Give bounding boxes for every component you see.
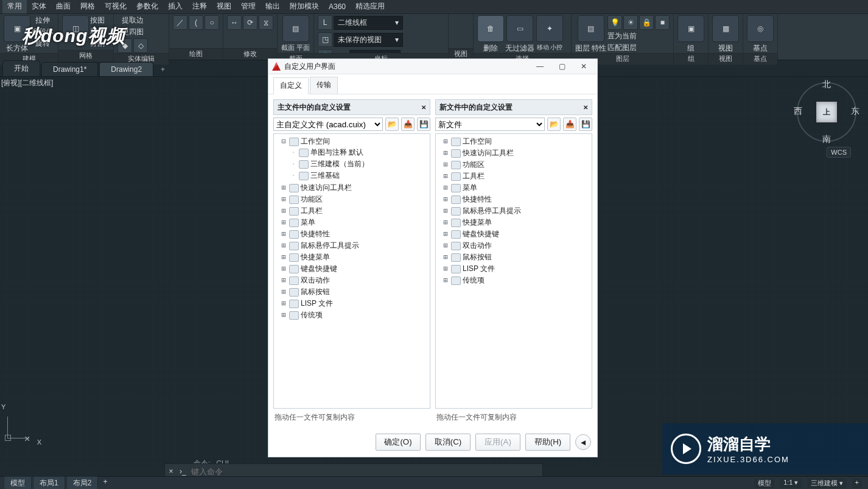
menu-item[interactable]: 附加模块 bbox=[285, 0, 324, 13]
maximize-icon[interactable]: ▢ bbox=[551, 60, 573, 73]
collapse-icon[interactable]: ✕ bbox=[421, 104, 426, 111]
status-chip[interactable]: 1:1 ▾ bbox=[779, 477, 802, 489]
tree-item[interactable]: ⊞快捷菜单 bbox=[442, 217, 590, 228]
tree-item[interactable]: ⊞鼠标按钮 bbox=[280, 286, 429, 298]
tree-item[interactable]: ⊞菜单 bbox=[442, 182, 590, 194]
line-icon[interactable]: ／ bbox=[173, 15, 187, 30]
base-icon[interactable]: ◎ bbox=[747, 15, 774, 42]
right-file-select[interactable]: 新文件 bbox=[435, 118, 545, 131]
menu-item[interactable]: 插入 bbox=[163, 0, 187, 13]
ucs-icon[interactable]: L bbox=[318, 15, 332, 30]
import-icon[interactable]: 📥 bbox=[401, 118, 415, 131]
tree-item[interactable]: ⊞功能区 bbox=[442, 159, 590, 171]
expand-icon[interactable]: ⊞ bbox=[280, 264, 287, 273]
viewport-label[interactable]: [俯视][二维线框] bbox=[1, 78, 53, 88]
expand-icon[interactable]: ⊞ bbox=[280, 276, 287, 284]
dialog-tab[interactable]: 自定义 bbox=[273, 77, 309, 94]
tree-item[interactable]: ⊞工具栏 bbox=[280, 205, 429, 217]
right-tree[interactable]: ⊞工作空间⊞快速访问工具栏⊞功能区⊞工具栏⊞菜单⊞快捷特性⊞鼠标悬停工具提示⊞快… bbox=[435, 133, 592, 409]
expand-icon[interactable]: ⊞ bbox=[280, 183, 287, 192]
tree-item[interactable]: ⊞鼠标悬停工具提示 bbox=[280, 240, 429, 252]
group-icon[interactable]: ▣ bbox=[677, 15, 704, 42]
expand-icon[interactable]: ⊞ bbox=[280, 218, 287, 227]
tree-item[interactable]: ⊞双击动作 bbox=[442, 240, 590, 252]
tree-item[interactable]: ⊞传统项 bbox=[442, 275, 590, 286]
saved-view-select[interactable]: 未保存的视图▾ bbox=[334, 33, 403, 47]
tree-item[interactable]: ⊞LISP 文件 bbox=[442, 263, 590, 275]
expand-icon[interactable]: ⊞ bbox=[280, 241, 287, 250]
rotate-icon[interactable]: ⟳ bbox=[243, 15, 257, 30]
sun-icon[interactable]: ☀ bbox=[623, 15, 638, 30]
visual-style-select[interactable]: 二维线框▾ bbox=[334, 16, 403, 30]
lock-icon[interactable]: 🔒 bbox=[639, 15, 654, 30]
delete-filter-icon[interactable]: 🗑 bbox=[477, 15, 504, 42]
save-icon[interactable]: 💾 bbox=[579, 118, 592, 131]
tree-item[interactable]: ⊟工作空间·单图与注释 默认·三维建模（当前）·三维基础 bbox=[280, 136, 429, 182]
layout-tab[interactable]: 布局1 bbox=[33, 476, 65, 489]
expand-icon[interactable]: ⊞ bbox=[280, 230, 287, 238]
tree-item[interactable]: ⊞工作空间 bbox=[442, 136, 590, 147]
command-input[interactable] bbox=[190, 466, 497, 477]
menu-item[interactable]: 实体 bbox=[27, 0, 51, 13]
collapse-icon[interactable]: ✕ bbox=[583, 104, 588, 111]
tree-item[interactable]: ⊞鼠标悬停工具提示 bbox=[442, 205, 590, 217]
expand-icon[interactable]: ⊞ bbox=[442, 137, 449, 146]
close-icon[interactable]: ✕ bbox=[573, 60, 595, 73]
expand-icon[interactable]: ⊞ bbox=[280, 253, 287, 261]
setcur-label[interactable]: 置为当前 bbox=[607, 31, 637, 41]
match-label[interactable]: 匹配图层 bbox=[607, 43, 637, 53]
move-icon[interactable]: ↔ bbox=[227, 15, 242, 30]
expand-icon[interactable]: ⊞ bbox=[442, 276, 449, 284]
expand-icon[interactable]: ⊞ bbox=[442, 241, 449, 250]
open-icon[interactable]: 📂 bbox=[385, 118, 399, 131]
expand-icon[interactable]: ⊟ bbox=[280, 137, 287, 146]
status-chip[interactable]: 模型 bbox=[754, 477, 775, 489]
cancel-button[interactable]: 取消(C) bbox=[425, 434, 471, 451]
dialog-tab[interactable]: 传输 bbox=[310, 77, 338, 94]
expand-icon[interactable]: ⊞ bbox=[442, 264, 449, 273]
ucs-icon-2[interactable]: ◳ bbox=[318, 32, 332, 47]
menu-item[interactable]: 网格 bbox=[75, 0, 100, 13]
tree-item[interactable]: ⊞传统项 bbox=[280, 309, 429, 321]
menu-item[interactable]: 可视化 bbox=[100, 0, 131, 13]
left-file-select[interactable]: 主自定义文件 (acad.cuix) bbox=[273, 118, 383, 131]
status-chip[interactable]: + bbox=[851, 477, 863, 489]
layout-tab[interactable]: 布局2 bbox=[66, 476, 99, 489]
section-icon[interactable]: ▤ bbox=[282, 15, 309, 42]
tree-item[interactable]: ⊞菜单 bbox=[280, 217, 429, 228]
minimize-icon[interactable]: — bbox=[529, 60, 551, 73]
arc-icon[interactable]: ( bbox=[189, 15, 203, 30]
menu-item[interactable]: 管理 bbox=[236, 0, 261, 13]
view-icon[interactable]: ▦ bbox=[712, 15, 739, 42]
tree-item[interactable]: ⊞快捷特性 bbox=[442, 194, 590, 205]
tree-item[interactable]: ·三维建模（当前） bbox=[290, 158, 429, 170]
expand-icon[interactable]: ⊞ bbox=[280, 311, 287, 319]
expand-icon[interactable]: ⊞ bbox=[280, 195, 287, 203]
tree-item[interactable]: ⊞键盘快捷键 bbox=[280, 263, 429, 275]
tree-item[interactable]: ⊞快捷菜单 bbox=[280, 252, 429, 263]
menu-item[interactable]: 注释 bbox=[187, 0, 212, 13]
layout-tab[interactable]: 模型 bbox=[4, 476, 32, 489]
menu-item[interactable]: 参数化 bbox=[131, 0, 163, 13]
open-icon[interactable]: 📂 bbox=[547, 118, 561, 131]
apply-button[interactable]: 应用(A) bbox=[475, 434, 520, 451]
tree-item[interactable]: ·三维基础 bbox=[290, 170, 429, 181]
tree-item[interactable]: ⊞快捷特性 bbox=[280, 228, 429, 240]
document-tab[interactable]: 开始 bbox=[2, 60, 40, 76]
mirror-icon[interactable]: ⧖ bbox=[259, 15, 273, 30]
dialog-titlebar[interactable]: 自定义用户界面 — ▢ ✕ bbox=[268, 59, 597, 74]
tree-item[interactable]: ·单图与注释 默认 bbox=[290, 147, 429, 158]
tree-item[interactable]: ⊞快速访问工具栏 bbox=[280, 182, 429, 194]
add-layout-button[interactable]: + bbox=[99, 476, 111, 489]
menu-item[interactable]: 曲面 bbox=[51, 0, 75, 13]
menu-item[interactable]: 视图 bbox=[212, 0, 236, 13]
expand-icon[interactable]: ⊞ bbox=[280, 206, 287, 215]
tree-item[interactable]: ⊞LISP 文件 bbox=[280, 298, 429, 309]
left-tree[interactable]: ⊟工作空间·单图与注释 默认·三维建模（当前）·三维基础⊞快速访问工具栏⊞功能区… bbox=[273, 133, 430, 409]
bulb-icon[interactable]: 💡 bbox=[607, 15, 622, 30]
expand-icon[interactable]: ⊞ bbox=[442, 160, 449, 169]
expand-icon[interactable]: ⊞ bbox=[442, 253, 449, 261]
tree-item[interactable]: ⊞键盘快捷键 bbox=[442, 228, 590, 240]
save-icon[interactable]: 💾 bbox=[417, 118, 430, 131]
color-icon[interactable]: ■ bbox=[655, 15, 670, 30]
